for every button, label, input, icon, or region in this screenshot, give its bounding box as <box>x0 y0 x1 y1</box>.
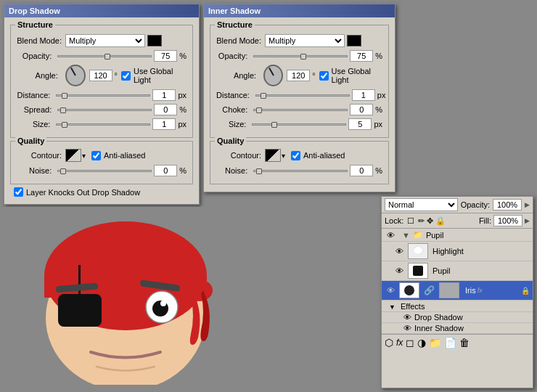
is-contour-label: Contour: <box>216 151 261 160</box>
drop-shadow-quality-group: Quality Contour: ▾ Anti-aliased Noise: <box>10 141 193 184</box>
fx-icon[interactable]: fx <box>396 338 403 348</box>
is-angle-label: Angle: <box>216 71 256 80</box>
svg-point-3 <box>186 279 213 301</box>
opacity-slider[interactable] <box>57 55 152 57</box>
inner-shadow-effect-name: Inner Shadow <box>414 324 464 332</box>
angle-input[interactable] <box>89 70 112 81</box>
iris-mask-thumb <box>439 282 459 298</box>
layers-toolbar: Normal Opacity: ▶ <box>382 197 533 213</box>
spread-unit: % <box>179 105 186 114</box>
anti-aliased-check[interactable]: Anti-aliased <box>91 151 145 160</box>
highlight-name: Highlight <box>433 247 464 256</box>
group-arrow-icon[interactable]: ▼ <box>402 231 410 240</box>
drop-shadow-effect-name: Drop Shadow <box>414 313 463 322</box>
size-slider[interactable] <box>56 123 150 126</box>
is-angle-input[interactable] <box>287 70 310 81</box>
pupil-eye-icon[interactable]: 👁 <box>393 266 405 275</box>
noise-input[interactable] <box>154 165 177 176</box>
is-size-input[interactable] <box>348 118 372 130</box>
new-group-icon[interactable]: 📁 <box>429 337 441 348</box>
effects-arrow[interactable]: ▼ <box>389 303 395 311</box>
is-choke-slider[interactable] <box>253 109 348 111</box>
blend-mode-layers-select[interactable]: Normal <box>385 198 458 211</box>
contour-thumb[interactable] <box>65 149 81 162</box>
is-quality-label: Quality <box>215 136 246 145</box>
inner-shadow-eye-icon[interactable]: 👁 <box>403 324 411 332</box>
spread-input[interactable] <box>154 104 177 115</box>
iris-locked-icon: 🔒 <box>521 287 530 295</box>
new-fill-adjust-icon[interactable]: ◑ <box>417 337 426 348</box>
layer-iris[interactable]: 👁 🔗 Iris fx 🔒 <box>382 281 533 301</box>
angle-unit: ° <box>115 71 118 80</box>
is-angle-dial[interactable] <box>263 65 283 86</box>
spread-label: Spread: <box>17 105 52 114</box>
layer-eye-icon[interactable]: 👁 <box>385 231 396 240</box>
is-use-global-light-check[interactable]: Use Global Light <box>319 67 382 84</box>
shadow-color[interactable] <box>147 35 162 46</box>
fill-input[interactable] <box>493 215 522 226</box>
layer-knocks-check[interactable]: Layer Knocks Out Drop Shadow <box>14 187 140 197</box>
highlight-eye-icon[interactable]: 👁 <box>393 247 405 256</box>
drop-shadow-eye-icon[interactable]: 👁 <box>403 313 411 322</box>
is-distance-input[interactable] <box>352 89 375 101</box>
blend-mode-select[interactable]: Multiply <box>65 34 145 47</box>
effect-inner-shadow[interactable]: 👁 Inner Shadow <box>382 323 533 334</box>
is-opacity-input[interactable] <box>350 50 373 62</box>
opacity-layers-input[interactable] <box>493 199 522 211</box>
inner-shadow-panel: Inner Shadow Structure Blend Mode: Multi… <box>203 4 395 192</box>
is-shadow-color[interactable] <box>347 35 361 46</box>
lock-pen-icon[interactable]: ✏ <box>418 216 425 226</box>
effects-label: Effects <box>401 302 425 311</box>
noise-slider[interactable] <box>57 170 152 172</box>
opacity-label: Opacity: <box>17 52 52 60</box>
iris-name: Iris <box>465 286 476 295</box>
lock-fill-row: Lock: ☐ ✏ ✥ 🔒 Fill: ▶ <box>382 213 533 229</box>
pupil-thumb <box>408 263 428 279</box>
fill-label: Fill: <box>479 216 491 225</box>
drop-shadow-title: Drop Shadow <box>4 4 199 17</box>
spread-slider[interactable] <box>57 109 152 111</box>
new-layer-icon[interactable]: 📄 <box>444 337 456 348</box>
is-choke-label: Choke: <box>216 105 247 114</box>
is-choke-input[interactable] <box>350 104 373 115</box>
add-style-icon[interactable]: ⬡ <box>385 337 393 348</box>
is-noise-slider[interactable] <box>253 170 348 172</box>
lock-box-icon[interactable]: ☐ <box>407 216 414 226</box>
fill-arrow[interactable]: ▶ <box>525 217 530 224</box>
is-contour-thumb[interactable] <box>265 149 281 162</box>
layer-pupil-group[interactable]: 👁 ▼ 📁 Pupil <box>382 229 533 242</box>
angle-dial[interactable] <box>65 65 86 86</box>
is-opacity-slider[interactable] <box>253 55 348 57</box>
opacity-arrow[interactable]: ▶ <box>525 201 530 208</box>
distance-slider[interactable] <box>56 94 150 97</box>
svg-point-8 <box>160 301 166 306</box>
is-distance-unit: px <box>377 91 386 99</box>
effect-drop-shadow[interactable]: 👁 Drop Shadow <box>382 312 533 323</box>
iris-eye-icon[interactable]: 👁 <box>385 286 396 295</box>
layer-pupil[interactable]: 👁 Pupil <box>382 261 533 281</box>
is-angle-unit: ° <box>312 71 315 80</box>
delete-layer-icon[interactable]: 🗑 <box>459 337 470 348</box>
layers-panel: Normal Opacity: ▶ Lock: ☐ ✏ ✥ 🔒 Fill: ▶ … <box>381 196 533 388</box>
distance-input[interactable] <box>152 89 176 101</box>
inner-shadow-structure-group: Structure Blend Mode: Multiply Opacity: … <box>210 25 389 138</box>
opacity-input[interactable] <box>154 50 177 62</box>
iris-fx-badge: fx <box>477 287 483 294</box>
is-opacity-label: Opacity: <box>216 52 247 60</box>
size-label: Size: <box>17 120 50 128</box>
is-noise-input[interactable] <box>350 165 373 176</box>
layers-bottom-toolbar: ⬡ fx ◻ ◑ 📁 📄 🗑 <box>382 334 533 351</box>
lock-all-icon[interactable]: 🔒 <box>435 216 446 226</box>
lock-move-icon[interactable]: ✥ <box>427 216 433 226</box>
blend-mode-label: Blend Mode: <box>17 36 62 45</box>
layer-highlight[interactable]: 👁 Highlight <box>382 242 533 261</box>
layer-mask-icon[interactable]: ◻ <box>406 337 414 348</box>
is-distance-slider[interactable] <box>255 94 350 97</box>
is-size-slider[interactable] <box>252 123 346 126</box>
is-structure-label: Structure <box>215 20 255 29</box>
is-anti-aliased-check[interactable]: Anti-aliased <box>291 151 345 160</box>
is-blend-mode-select[interactable]: Multiply <box>265 34 345 47</box>
is-opacity-unit: % <box>375 52 382 60</box>
use-global-light-check[interactable]: Use Global Light <box>121 67 186 84</box>
size-input[interactable] <box>152 118 176 130</box>
